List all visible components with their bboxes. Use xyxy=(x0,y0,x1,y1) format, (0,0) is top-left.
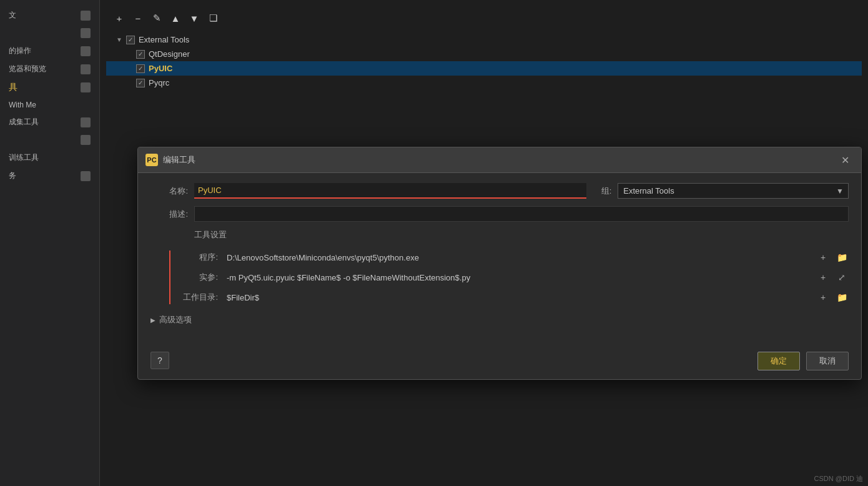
sidebar-translate-icon xyxy=(81,11,91,21)
dialog-close-button[interactable]: ✕ xyxy=(839,154,851,166)
sidebar-integrate-icon xyxy=(81,117,91,127)
tool-settings-panel: 程序: D:\LenovoSoftstore\Miniconda\envs\py… xyxy=(169,250,849,304)
pyuic-checkbox[interactable] xyxy=(136,64,145,73)
name-group-row: 名称: 组: External Tools ▼ xyxy=(150,183,849,199)
footer-spacer xyxy=(175,352,751,370)
sidebar-integrate-label: 成集工具 xyxy=(9,117,39,127)
sidebar-item-de[interactable]: 的操作 xyxy=(0,42,99,60)
sidebar-item-tools[interactable]: 具 xyxy=(0,78,99,97)
program-row: 程序: D:\LenovoSoftstore\Miniconda\envs\py… xyxy=(180,250,849,264)
dialog-title-row: PC 编辑工具 xyxy=(145,154,195,166)
dialog-footer: ? 确定 取消 xyxy=(138,345,861,379)
advanced-options-label: 高级选项 xyxy=(159,314,192,325)
advanced-options-row[interactable]: ▶ 高级选项 xyxy=(150,314,849,325)
remove-tool-button[interactable]: − xyxy=(131,11,145,25)
sidebar-item-integrate[interactable]: 成集工具 xyxy=(0,113,99,131)
dialog-title: 编辑工具 xyxy=(163,154,195,166)
toolbar: + − ✎ ▲ ▼ ❏ xyxy=(106,6,862,30)
workdir-label: 工作目录: xyxy=(180,292,218,303)
group-select-wrapper: External Tools ▼ xyxy=(618,183,849,199)
desc-row: 描述: xyxy=(150,206,849,222)
edit-tool-dialog: PC 编辑工具 ✕ 名称: 组: External Tools ▼ 描述: 工具… xyxy=(137,147,862,380)
sidebar-item-empty1[interactable] xyxy=(0,24,99,42)
sidebar-item-translate[interactable]: 文 xyxy=(0,6,99,24)
tree-item-pyqrc[interactable]: Pyqrc xyxy=(106,76,862,90)
name-input[interactable] xyxy=(194,183,586,199)
cancel-button[interactable]: 取消 xyxy=(806,352,849,370)
help-button[interactable]: ? xyxy=(150,352,169,369)
dialog-body: 名称: 组: External Tools ▼ 描述: 工具设置 程序: D:\… xyxy=(138,173,861,345)
qtdesigner-checkbox[interactable] xyxy=(136,50,145,59)
dialog-header: PC 编辑工具 ✕ xyxy=(138,147,861,173)
args-label: 实参: xyxy=(180,272,218,283)
sidebar-item-browser[interactable]: 览器和预览 xyxy=(0,60,99,78)
sidebar-wu-label: 务 xyxy=(9,171,16,181)
sidebar-tools-icon xyxy=(81,82,91,92)
args-add-button[interactable]: + xyxy=(816,270,830,284)
desc-field-label: 描述: xyxy=(150,209,188,220)
program-value: D:\LenovoSoftstore\Miniconda\envs\pyqt5\… xyxy=(223,251,811,264)
args-expand-button[interactable]: ⤢ xyxy=(835,270,849,284)
pyqrc-checkbox[interactable] xyxy=(136,79,145,87)
sidebar-withme-label: With Me xyxy=(9,101,36,109)
sidebar-item-train[interactable]: 训练工具 xyxy=(0,149,99,167)
confirm-button[interactable]: 确定 xyxy=(757,352,800,370)
program-browse-button[interactable]: 📁 xyxy=(835,250,849,264)
tree-item-pyuic[interactable]: PyUIC xyxy=(106,61,862,76)
tool-settings-header: 工具设置 xyxy=(194,229,849,243)
sidebar-item-empty2[interactable] xyxy=(0,131,99,149)
move-up-button[interactable]: ▲ xyxy=(169,11,182,25)
chevron-right-icon: ▶ xyxy=(150,317,155,324)
group-field-label: 组: xyxy=(593,186,611,197)
tree-item-external-tools[interactable]: ▼ External Tools xyxy=(106,32,862,47)
sidebar-train-label: 训练工具 xyxy=(9,152,39,163)
sidebar-de-icon xyxy=(81,46,91,56)
move-down-button[interactable]: ▼ xyxy=(187,11,201,25)
add-tool-button[interactable]: + xyxy=(112,11,126,25)
sidebar-browser-label: 览器和预览 xyxy=(9,64,46,74)
external-tools-label: External Tools xyxy=(139,35,189,44)
workdir-add-button[interactable]: + xyxy=(816,290,830,304)
args-row: 实参: -m PyQt5.uic.pyuic $FileName$ -o $Fi… xyxy=(180,270,849,284)
sidebar-browser-icon xyxy=(81,64,91,74)
sidebar-tools-label: 具 xyxy=(9,82,17,93)
tree-item-qtdesigner[interactable]: QtDesigner xyxy=(106,47,862,61)
sidebar-item-withme[interactable]: With Me xyxy=(0,97,99,113)
workdir-browse-button[interactable]: 📁 xyxy=(835,290,849,304)
workdir-row: 工作目录: $FileDir$ + 📁 xyxy=(180,290,849,304)
group-select[interactable]: External Tools xyxy=(618,183,849,199)
tree-list: ▼ External Tools QtDesigner PyUIC Pyqrc xyxy=(106,30,862,92)
workdir-value: $FileDir$ xyxy=(223,291,811,304)
sidebar-empty-icon xyxy=(81,28,91,38)
name-field-label: 名称: xyxy=(150,186,188,197)
dialog-app-icon: PC xyxy=(145,154,158,166)
external-tools-checkbox[interactable] xyxy=(126,36,135,44)
qtdesigner-label: QtDesigner xyxy=(149,49,190,59)
copy-tool-button[interactable]: ❏ xyxy=(206,11,220,25)
sidebar-item-label: 文 xyxy=(9,10,16,21)
sidebar-de-label: 的操作 xyxy=(9,46,31,56)
watermark: CSDN @DID 迪 xyxy=(814,474,863,484)
pyqrc-label: Pyqrc xyxy=(149,78,169,87)
sidebar-wu-icon xyxy=(81,171,91,181)
program-add-button[interactable]: + xyxy=(816,250,830,264)
sidebar: 文 的操作 览器和预览 具 With Me 成集工具 训练工具 务 xyxy=(0,0,100,486)
args-value: -m PyQt5.uic.pyuic $FileName$ -o $FileNa… xyxy=(223,271,811,284)
edit-tool-button[interactable]: ✎ xyxy=(150,11,164,25)
pyuic-label: PyUIC xyxy=(149,64,172,73)
sidebar-empty2-icon xyxy=(81,135,91,145)
sidebar-item-wu[interactable]: 务 xyxy=(0,167,99,185)
program-label: 程序: xyxy=(180,252,218,263)
chevron-down-icon: ▼ xyxy=(116,36,122,43)
desc-input[interactable] xyxy=(194,206,849,222)
